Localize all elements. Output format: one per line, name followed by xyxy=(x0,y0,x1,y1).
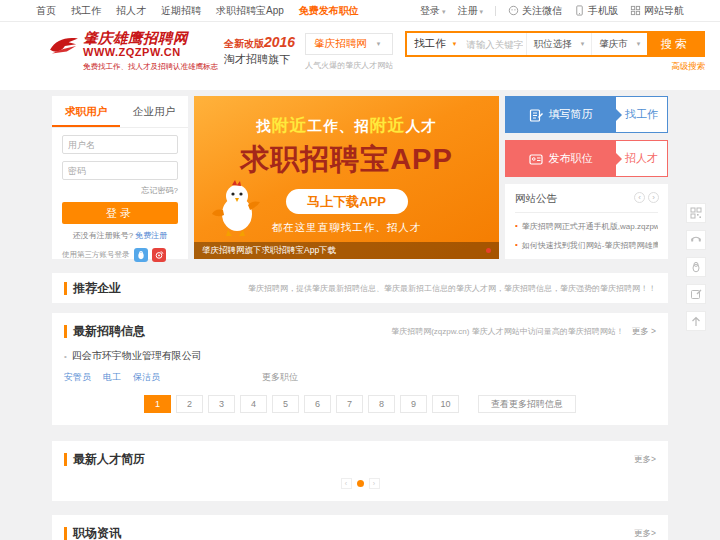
page-button[interactable]: 5 xyxy=(272,395,299,413)
username-field[interactable] xyxy=(62,135,178,154)
feedback-edit-icon[interactable] xyxy=(686,284,706,304)
section-description: 肇庆招聘网，提供肇庆最新招聘信息、肇庆最新招工信息的肇庆人才网，肇庆招聘信息，肇… xyxy=(248,283,656,294)
nav-home[interactable]: 首页 xyxy=(36,4,56,18)
carousel-indicator-dot[interactable] xyxy=(486,248,491,253)
carousel-next-icon[interactable]: › xyxy=(369,478,380,489)
section-title: 最新招聘信息 xyxy=(64,323,145,340)
id-card-icon xyxy=(529,152,543,166)
fill-resume-button[interactable]: 填写简历 找工作 xyxy=(505,96,668,133)
password-field[interactable] xyxy=(62,161,178,180)
weibo-login-icon[interactable] xyxy=(152,248,166,262)
logo-title: 肇庆雄鹰招聘网 xyxy=(83,31,218,46)
find-job-tag: 找工作 xyxy=(616,96,668,133)
nav-find-job[interactable]: 找工作 xyxy=(71,4,101,18)
announcements-prev-icon[interactable]: ‹ xyxy=(634,192,645,203)
wechat-follow[interactable]: 关注微信 xyxy=(508,4,562,18)
search-input[interactable] xyxy=(463,33,525,55)
login-menu[interactable]: 登录▾ xyxy=(420,4,446,18)
eagle-logo-icon xyxy=(48,33,80,59)
back-to-top-icon[interactable] xyxy=(686,311,706,331)
job-link[interactable]: 电工 xyxy=(103,371,121,384)
site-announcements: 网站公告 ‹ › •肇庆招聘网正式开通手机版,wap.zqzpw.cn •如何快… xyxy=(505,184,668,259)
find-talent-tag: 招人才 xyxy=(616,140,668,177)
page-button[interactable]: 6 xyxy=(304,395,331,413)
advanced-search-link[interactable]: 高级搜索 xyxy=(405,61,705,73)
carousel-prev-icon[interactable]: ‹ xyxy=(341,478,352,489)
logo-url: WWW.ZQZPW.CN xyxy=(83,46,218,59)
job-category-select[interactable]: 职位选择▾ xyxy=(526,33,592,55)
qr-code-icon[interactable] xyxy=(686,203,706,223)
grid-icon xyxy=(630,5,641,16)
chevron-down-icon: ▾ xyxy=(453,40,457,48)
company-name-link[interactable]: 四会市环宇物业管理有限公司 xyxy=(72,349,202,363)
page-button[interactable]: 7 xyxy=(336,395,363,413)
no-account-text: 还没有注册账号? xyxy=(73,231,133,240)
revision-sub: 淘才招聘旗下 xyxy=(224,52,295,67)
app-promo-banner[interactable]: 找附近工作、招附近人才 求职招聘宝APP 马上下载APP 都在这里直聊找工作、招… xyxy=(194,96,499,259)
chevron-down-icon: ▾ xyxy=(637,40,641,48)
nav-free-post[interactable]: 免费发布职位 xyxy=(299,4,359,18)
job-link[interactable]: 保洁员 xyxy=(133,371,160,384)
bullet: • xyxy=(515,221,518,232)
announcement-link[interactable]: •肇庆招聘网正式开通手机版,wap.zqzpw.cn xyxy=(515,221,658,232)
recommended-companies-section: 推荐企业 肇庆招聘网，提供肇庆最新招聘信息、肇庆最新招工信息的肇庆人才网，肇庆招… xyxy=(52,273,668,303)
download-app-button[interactable]: 马上下载APP xyxy=(286,189,408,214)
nav-find-talent[interactable]: 招人才 xyxy=(116,4,146,18)
section-title: 推荐企业 xyxy=(64,280,121,297)
bullet: • xyxy=(515,240,518,251)
more-positions-link[interactable]: 更多职位 xyxy=(262,371,298,384)
login-button[interactable]: 登录 xyxy=(62,202,178,224)
mobile-version[interactable]: 手机版 xyxy=(574,4,618,18)
job-link[interactable]: 安管员 xyxy=(64,371,91,384)
title-accent-bar xyxy=(64,325,67,338)
city-select[interactable]: 肇庆招聘网▾ xyxy=(305,33,393,55)
post-job-button[interactable]: 发布职位 招人才 xyxy=(505,140,668,177)
forgot-password-link[interactable]: 忘记密码? xyxy=(62,185,178,196)
banner-caption-bar: 肇庆招聘网旗下求职招聘宝App下载 xyxy=(194,242,499,259)
floating-toolbar xyxy=(686,203,706,331)
more-news-link[interactable]: 更多> xyxy=(634,528,656,540)
qq-contact-icon[interactable] xyxy=(686,257,706,277)
third-party-label: 使用第三方账号登录 xyxy=(62,250,130,260)
revision-year: 2016 xyxy=(264,34,295,50)
title-accent-bar xyxy=(64,527,67,540)
page-button[interactable]: 1 xyxy=(144,395,171,413)
page-button[interactable]: 2 xyxy=(176,395,203,413)
announcements-next-icon[interactable]: › xyxy=(648,192,659,203)
search-type-select[interactable]: 找工作▾ xyxy=(407,33,463,55)
bullet: • xyxy=(64,352,67,361)
section-description: 肇庆招聘网(zqzpw.cn) 肇庆人才网站中访问量高的肇庆招聘网站！ xyxy=(391,326,623,337)
tab-jobseeker[interactable]: 求职用户 xyxy=(52,96,120,127)
banner-headline: 找附近工作、招附近人才 xyxy=(194,114,499,137)
section-title: 最新人才简历 xyxy=(64,451,145,468)
phone-contact-icon[interactable] xyxy=(686,230,706,250)
logo-slogan: 免费找工作、找人才及招聘认准雄鹰标志 xyxy=(83,62,218,72)
more-jobs-link[interactable]: 更多 > xyxy=(632,326,656,338)
chevron-down-icon: ▾ xyxy=(581,40,585,48)
resumes-carousel-controls: ‹ › xyxy=(64,478,656,489)
site-nav[interactable]: 网站导航 xyxy=(630,4,684,18)
eagle-mascot xyxy=(210,180,262,236)
page-button[interactable]: 3 xyxy=(208,395,235,413)
search-bar: 找工作▾ 职位选择▾ 肇庆市▾ 搜索 xyxy=(405,31,705,57)
tab-company[interactable]: 企业用户 xyxy=(120,96,188,127)
announcement-link[interactable]: •如何快速找到我们网站-肇庆招聘网雄鹰,zqzpw.cn xyxy=(515,240,658,251)
more-resumes-link[interactable]: 更多> xyxy=(634,454,656,466)
nav-app[interactable]: 求职招聘宝App xyxy=(216,4,284,18)
title-accent-bar xyxy=(64,282,67,295)
nav-recent-jobs[interactable]: 近期招聘 xyxy=(161,4,201,18)
carousel-dot-active[interactable] xyxy=(357,480,364,487)
view-more-jobs-button[interactable]: 查看更多招聘信息 xyxy=(478,395,576,413)
page-button[interactable]: 10 xyxy=(432,395,459,413)
page-button[interactable]: 9 xyxy=(400,395,427,413)
qq-login-icon[interactable] xyxy=(134,248,148,262)
free-register-link[interactable]: 免费注册 xyxy=(135,231,167,240)
page-button[interactable]: 4 xyxy=(240,395,267,413)
page-button[interactable]: 8 xyxy=(368,395,395,413)
chevron-down-icon: ▾ xyxy=(377,40,381,48)
search-button[interactable]: 搜索 xyxy=(647,33,703,55)
register-menu[interactable]: 注册▾ xyxy=(457,4,483,18)
chevron-down-icon: ▾ xyxy=(442,8,446,15)
site-logo[interactable]: 肇庆雄鹰招聘网 WWW.ZQZPW.CN 免费找工作、找人才及招聘认准雄鹰标志 xyxy=(48,31,218,73)
search-city-select[interactable]: 肇庆市▾ xyxy=(591,33,647,55)
